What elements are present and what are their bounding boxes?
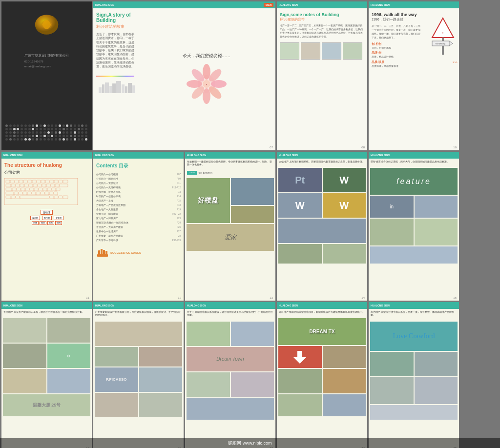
r3p4-photo-6 bbox=[370, 405, 458, 420]
brand-case1: HUALONG SIGN bbox=[187, 154, 206, 157]
svg-point-17 bbox=[203, 88, 210, 104]
brand-r3p4: HUALONG SIGN bbox=[371, 304, 390, 307]
org-chart: 总经理 设计部 制作部 安装部 市场 技术 质检 物料 bbox=[4, 210, 89, 225]
svg-rect-11 bbox=[132, 85, 135, 93]
svg-rect-39 bbox=[45, 180, 49, 183]
walk-content: 1996, walk all the way 1996，我们一路走过 ! No … bbox=[369, 8, 459, 72]
svg-rect-71 bbox=[19, 192, 22, 195]
svg-rect-68 bbox=[56, 188, 60, 191]
cover-page: // Will render via JS below 广州市华龙设计制作有限公… bbox=[1, 1, 92, 150]
svg-rect-40 bbox=[50, 180, 54, 183]
brand-label-walk: HUALONG SIGN bbox=[371, 3, 390, 6]
page-num-9: 16 bbox=[453, 296, 457, 299]
story-page: HUALONG SIGN SIGN Sign,A story of Buildi… bbox=[93, 1, 275, 150]
brand-r3p2: HUALONG SIGN bbox=[187, 304, 206, 307]
svg-rect-59 bbox=[17, 188, 21, 191]
case1-logo-badge: LOGO bbox=[187, 171, 197, 175]
svg-rect-42 bbox=[59, 180, 62, 183]
r3p3-photo-5 bbox=[323, 369, 366, 393]
r3p4-photo-4 bbox=[370, 377, 414, 404]
r3p1-photo-3 bbox=[139, 347, 183, 367]
contents-list-item: 富力地产—博典房产P23 bbox=[96, 216, 181, 221]
r3p4-intro: 富力地产·大型综合楼宇标识系统，品质一流，细节精致，体现高端地产品牌形象。 bbox=[369, 309, 459, 319]
r3p4-crawford: Love Crawford bbox=[370, 322, 458, 351]
case3-intro: 荣智·城市综合体标识系统，简约大气，体现现代城市建筑品质生活标准。 bbox=[369, 159, 459, 165]
svg-rect-30 bbox=[6, 180, 10, 183]
svg-rect-4 bbox=[105, 82, 109, 93]
brand-case2: HUALONG SIGN bbox=[279, 154, 298, 157]
svg-rect-63 bbox=[34, 188, 38, 191]
r3p4-photo-3 bbox=[415, 352, 458, 376]
svg-rect-92 bbox=[97, 254, 108, 257]
case2-W1: W bbox=[323, 168, 366, 192]
case3-photo-5 bbox=[415, 219, 458, 245]
svg-rect-55 bbox=[55, 184, 59, 187]
svg-rect-73 bbox=[27, 192, 31, 195]
svg-rect-2 bbox=[99, 87, 102, 93]
svg-rect-86 bbox=[59, 196, 62, 199]
svg-point-13 bbox=[203, 64, 210, 80]
contents-list-item: 时代购广—信息公示表P14 bbox=[96, 194, 181, 199]
svg-point-1 bbox=[42, 20, 52, 29]
page-num-6: 12 bbox=[178, 296, 181, 299]
case3-photos: feature in bbox=[369, 166, 459, 271]
case-page-1: HUALONG SIGN 华龙标识——建筑标识行业领先品牌，专业从事建筑标识系统… bbox=[185, 152, 275, 301]
page-num-7: 13 bbox=[270, 296, 273, 299]
page-header-structure: HUALONG SIGN bbox=[1, 152, 92, 159]
case4-photo-3 bbox=[3, 344, 46, 368]
notes-body: 地产一套一产二...三产三产三，从来来客一个一套房产系统，更好更新更好的产品，一… bbox=[280, 24, 364, 39]
r3p1-photo-5 bbox=[139, 367, 183, 392]
r3p3-photo-7 bbox=[323, 394, 366, 416]
structure-title: The structure of hualong bbox=[4, 163, 89, 168]
case-page-2: HUALONG SIGN 力信地产·上海项目标识系统，完整呈现现代都市建筑标识之… bbox=[277, 152, 367, 301]
r3p2-photo-1 bbox=[187, 322, 230, 346]
page-header-walk: HUALONG SIGN bbox=[369, 1, 459, 8]
page-num-5: 11 bbox=[86, 296, 89, 299]
page-num-4: 10 bbox=[453, 146, 457, 149]
case1-project-name: 项目案例展示 bbox=[198, 171, 212, 174]
notes-images bbox=[280, 42, 364, 60]
contents-list-item: 首信房产—大众房产建筑P26 bbox=[96, 225, 181, 229]
case4-photo-1 bbox=[3, 318, 46, 343]
svg-rect-69 bbox=[6, 192, 14, 195]
svg-rect-60 bbox=[21, 188, 25, 191]
r3p2-dreamtown: Dream Town bbox=[187, 347, 274, 371]
notes-page: HUALONG SIGN Sign,some notes of Building… bbox=[277, 1, 367, 150]
svg-rect-67 bbox=[52, 188, 56, 191]
case4-photo-6 bbox=[47, 369, 91, 393]
case3-photo-wide bbox=[370, 246, 458, 264]
contents-list-item: 世界中心—世博房产P27 bbox=[96, 229, 181, 234]
r3p4-photo-5 bbox=[415, 377, 458, 404]
brand-r3p1: HUALONG SIGN bbox=[95, 304, 114, 307]
svg-rect-6 bbox=[112, 83, 116, 93]
svg-rect-3 bbox=[102, 84, 104, 93]
org-box-3: 安装部 bbox=[54, 216, 63, 220]
notes-content: Sign,some notes of Building 标识·建筑的音符 地产一… bbox=[277, 8, 367, 63]
story-image-col: 今天，我们想说说说…… ♥ bbox=[137, 8, 275, 150]
brand-structure: HUALONG SIGN bbox=[3, 154, 22, 157]
r3p2-photo-4 bbox=[187, 372, 230, 397]
keyboard-graphic bbox=[4, 178, 89, 207]
svg-rect-33 bbox=[19, 180, 23, 183]
case1-photos: 好楼盘 爱家 bbox=[185, 177, 275, 272]
cover-logo-icon bbox=[33, 11, 60, 38]
r3p1-picasso: P.PICASSO bbox=[95, 367, 138, 392]
r3p2-photo-5 bbox=[231, 372, 274, 397]
contents-list-item: 荣智互联·典雅白—城市综合体P24 bbox=[96, 221, 181, 225]
case2-Pt: Pt bbox=[278, 168, 322, 192]
contents-list: 公司简介—公司概括P07公司简介—国家标准P09公司简介—资质证书P11公司简介… bbox=[96, 172, 181, 243]
svg-text:!: ! bbox=[442, 32, 443, 35]
story-title: Sign,A story of Building bbox=[96, 12, 134, 23]
page-header-case4: HUALONG SIGN bbox=[1, 302, 92, 309]
hands-illustration: ♥ bbox=[185, 62, 229, 106]
case-page-3: HUALONG SIGN 荣智·城市综合体标识系统，简约大气，体现现代城市建筑品… bbox=[369, 152, 459, 301]
signpost-illustration: ! No Walking bbox=[430, 16, 457, 61]
page-header-case1: HUALONG SIGN bbox=[185, 152, 275, 159]
contents-content: Contents 目录 公司简介—公司概括P07公司简介—国家标准P09公司简介… bbox=[93, 159, 184, 263]
case3-feature-sign: feature bbox=[370, 168, 458, 195]
svg-rect-7 bbox=[116, 81, 121, 93]
case2-photo-6 bbox=[323, 244, 366, 264]
org-box-1: 设计部 bbox=[30, 216, 40, 220]
case1-photo-2 bbox=[231, 178, 274, 205]
brand-case4: HUALONG SIGN bbox=[3, 304, 22, 307]
